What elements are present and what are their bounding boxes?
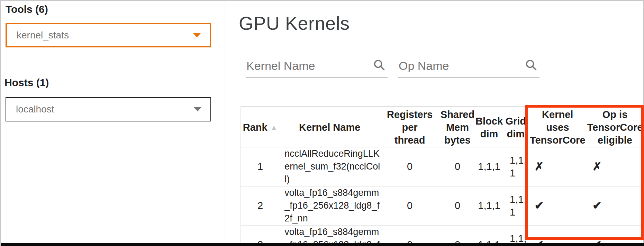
column-header-rank[interactable]: Rank▲ [241,107,279,147]
chevron-down-icon [194,107,201,111]
sort-ascending-icon: ▲ [267,123,278,132]
column-header-registers-per-thread[interactable]: Registers per thread [380,107,439,147]
shared-mem-cell: 0 [439,147,475,186]
grid-dim-cell: 1,1, 1 [503,147,528,186]
op-tensorcore-eligible-cell: ✔ [587,186,643,225]
column-header-op-tensorcore-eligible[interactable]: Op is TensorCore eligible [587,107,643,147]
hosts-dropdown-value: localhost [6,104,194,115]
hosts-dropdown[interactable]: localhost [6,97,211,121]
block-dim-cell: 1,1,1 [475,186,503,225]
tools-dropdown[interactable]: kernel_stats [6,23,211,47]
gpu-kernels-table: Rank▲ Kernel Name Registers per thread S… [241,106,643,246]
op-tensorcore-eligible-cell: ✗ [587,147,643,186]
chevron-down-icon [193,33,201,37]
column-header-grid-dim[interactable]: Grid dim [503,107,528,147]
kernel-uses-tensorcore-cell: ✔ [528,186,587,225]
kernel-name-input[interactable] [246,56,388,78]
table-row[interactable]: 1 ncclAllReduceRingLLK ernel_sum_f32(ncc… [241,147,643,186]
bottom-border-bar [1,243,644,246]
table-row[interactable]: 2 volta_fp16_s884gemm _fp16_256x128_ldg8… [241,186,643,225]
kernel-name-field [246,56,388,78]
registers-cell: 0 [380,147,439,186]
hosts-label: Hosts (1) [4,77,49,89]
op-name-input[interactable] [398,56,539,78]
column-header-shared-mem-bytes[interactable]: Shared Mem bytes [439,107,475,147]
rank-cell: 1 [241,147,279,186]
tools-dropdown-value: kernel_stats [7,30,193,41]
shared-mem-cell: 0 [439,186,475,225]
search-icon [524,58,538,73]
kernel-name-cell: volta_fp16_s884gemm _fp16_256x128_ldg8_f… [279,186,380,225]
column-header-block-dim[interactable]: Block dim [475,107,503,147]
tools-label: Tools (6) [6,3,48,15]
column-header-kernel-name[interactable]: Kernel Name [279,107,380,147]
block-dim-cell: 1,1,1 [475,147,503,186]
table-header-row: Rank▲ Kernel Name Registers per thread S… [241,107,643,147]
kernel-name-cell: ncclAllReduceRingLLK ernel_sum_f32(ncclC… [279,147,380,186]
column-header-kernel-uses-tensorcore[interactable]: Kernel uses TensorCore [528,107,587,147]
search-icon [372,58,386,73]
grid-dim-cell: 1,1, 1 [503,186,528,225]
kernel-uses-tensorcore-cell: ✗ [528,147,587,186]
registers-cell: 0 [380,186,439,225]
rank-cell: 2 [241,186,279,225]
page-title: GPU Kernels [239,12,350,34]
sidebar-divider [226,1,226,244]
profiler-page: Tools (6) kernel_stats Hosts (1) localho… [0,0,644,246]
op-name-field [398,56,539,78]
